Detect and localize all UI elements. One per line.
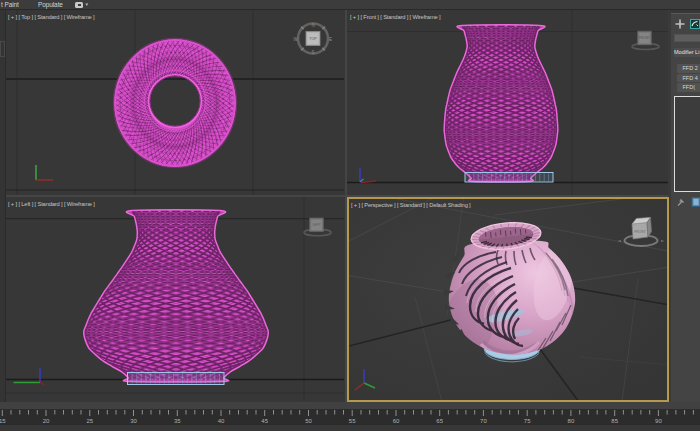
modifier-stack-item-ffd2[interactable]: FFD 2 <box>677 64 700 73</box>
viewport-menu-general[interactable]: [ + ] <box>351 202 360 208</box>
ruler-frame-number: 30 <box>130 418 137 424</box>
chevron-down-icon[interactable]: ▾ <box>86 1 89 7</box>
ruler-frame-number: 15 <box>0 418 6 424</box>
ruler-frame-number: 60 <box>393 418 400 424</box>
viewcube-compass-n[interactable]: N <box>311 23 314 28</box>
ruler-frame-number: 45 <box>261 418 268 424</box>
ruler-frame-number: 80 <box>568 418 575 424</box>
viewport-menu-shading[interactable]: [ Wireframe ] <box>410 14 441 20</box>
viewcube[interactable]: FRONT <box>632 31 659 49</box>
world-axis-tripod <box>36 165 53 180</box>
ruler-frame-number: 90 <box>655 418 662 424</box>
world-axis-tripod <box>14 368 45 386</box>
viewport-top[interactable]: TOPNESW <box>6 10 345 195</box>
viewport-perspective-active[interactable]: FRONT <box>347 197 669 402</box>
ruler-frame-number: 65 <box>436 418 443 424</box>
object-name-field[interactable] <box>674 34 700 43</box>
ffd-lattice-box[interactable] <box>128 373 225 385</box>
vase-object-left-view[interactable] <box>84 210 269 382</box>
viewport-menu-standard[interactable]: [ Standard ] <box>35 201 63 207</box>
viewport-menu-pov[interactable]: [ Front ] <box>360 14 378 20</box>
world-axis-tripod <box>360 168 376 183</box>
viewport-menu-shading[interactable]: [ Wireframe ] <box>64 14 95 20</box>
ruler-frame-number: 50 <box>305 418 312 424</box>
viewport-menu-general[interactable]: [ + ] <box>350 14 359 20</box>
show-end-result-icon[interactable] <box>692 198 700 207</box>
viewport-menu-standard[interactable]: [ Standard ] <box>397 202 425 208</box>
ruler-frame-number: 20 <box>43 418 50 424</box>
ribbon-tab-populate[interactable]: Populate <box>38 1 63 9</box>
viewport-menu-shading[interactable]: [ Default Shading ] <box>426 202 470 208</box>
ruler-frame-number: 55 <box>349 418 356 424</box>
viewport-menu-general[interactable]: [ + ] <box>8 201 17 207</box>
viewport-front[interactable]: FRONT <box>347 10 668 195</box>
modifier-stack-item-ffdbox[interactable]: FFD( <box>677 83 700 92</box>
viewcube[interactable]: TOPNESW <box>293 23 332 55</box>
viewcube-face-label: FRONT <box>639 36 650 40</box>
viewport-menu-pov[interactable]: [ Left ] <box>18 201 33 207</box>
ruler-frame-number: 40 <box>218 418 225 424</box>
ffd-lattice-box[interactable] <box>465 173 553 183</box>
modifier-stack-list[interactable] <box>674 96 700 192</box>
modifier-stack-item-ffd4[interactable]: FFD 4 <box>677 74 700 83</box>
viewport-label-top[interactable]: [ + ][ Top ][ Standard ][ Wireframe ] <box>8 14 96 21</box>
ruler-frame-number: 70 <box>480 418 487 424</box>
vase-object-front-view[interactable] <box>444 25 558 182</box>
pin-stack-icon[interactable] <box>678 200 684 206</box>
track-bar[interactable] <box>0 402 700 409</box>
ruler-frame-number: 25 <box>86 418 93 424</box>
viewport-menu-general[interactable]: [ + ] <box>8 14 17 20</box>
viewport-menu-standard[interactable]: [ Standard ] <box>34 14 62 20</box>
create-tab plus-icon[interactable] <box>675 19 685 29</box>
ribbon-config-icon[interactable] <box>75 2 83 8</box>
viewcube[interactable]: LEFT <box>304 218 331 236</box>
ribbon-tab-bar: t Paint Populate ▾ <box>0 0 700 10</box>
viewport-menu-standard[interactable]: [ Standard ] <box>380 14 408 20</box>
viewport-menu-pov[interactable]: [ Perspective ] <box>361 202 395 208</box>
ruler-frame-number: 35 <box>174 418 181 424</box>
ruler-frame-number: 85 <box>611 418 618 424</box>
status-bar: T <box>0 424 700 431</box>
vase-object-top-view[interactable] <box>113 38 236 167</box>
ruler-frame-number: 75 <box>524 418 531 424</box>
ruler-ticks <box>2 410 693 416</box>
viewport-label-left[interactable]: [ + ][ Left ][ Standard ][ Wireframe ] <box>8 201 96 208</box>
viewport-label-front[interactable]: [ + ][ Front ][ Standard ][ Wireframe ] <box>350 14 442 21</box>
command-panel: Modifier Li FFD 2 FFD 4 FFD( <box>671 13 700 403</box>
ribbon-tab-object-paint[interactable]: t Paint <box>1 1 19 9</box>
viewport-left[interactable]: LEFT <box>6 197 345 401</box>
viewport-label-perspective[interactable]: [ + ][ Perspective ][ Standard ][ Defaul… <box>351 202 472 209</box>
viewcube-face-label: FRONT <box>634 230 646 234</box>
modifier-list-dropdown[interactable]: Modifier Li <box>674 48 700 57</box>
3ds-max-window: t Paint Populate ▾ TOPNESW FRONT LEFT FR… <box>0 0 700 431</box>
viewcube-face-label: TOP <box>309 37 317 41</box>
viewport-menu-shading[interactable]: [ Wireframe ] <box>64 201 95 207</box>
time-ruler[interactable]: 15202530354045505560657075808590 <box>0 409 700 425</box>
viewport-menu-pov[interactable]: [ Top ] <box>18 14 32 20</box>
toolbar-button-stub <box>0 41 5 57</box>
viewcube-compass-e[interactable]: E <box>329 37 332 42</box>
viewcube-face-label: LEFT <box>313 223 321 227</box>
viewcube-compass-s[interactable]: S <box>311 50 314 55</box>
modify-tab modify-icon[interactable] <box>690 19 700 29</box>
